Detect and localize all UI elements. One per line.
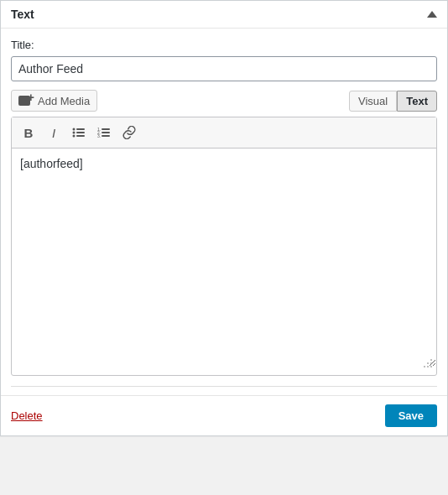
editor-format-bar: B I 1. 2.	[12, 117, 436, 148]
format-ordered-list-button[interactable]: 1. 2. 3.	[92, 122, 116, 143]
svg-point-12	[430, 359, 432, 361]
widget-panel: Text Title: Add Media Visual Text B I	[0, 0, 448, 436]
link-icon	[122, 126, 137, 139]
format-italic-button[interactable]: I	[42, 122, 65, 143]
delete-button[interactable]: Delete	[11, 409, 43, 422]
divider	[11, 386, 437, 387]
add-media-button[interactable]: Add Media	[11, 90, 97, 112]
svg-text:3.: 3.	[97, 133, 101, 138]
svg-rect-5	[76, 135, 85, 137]
svg-point-0	[73, 128, 76, 131]
format-bold-button[interactable]: B	[17, 122, 40, 143]
add-media-icon	[18, 94, 34, 107]
title-input[interactable]	[11, 56, 437, 81]
ordered-list-icon: 1. 2. 3.	[97, 127, 111, 138]
resize-handle	[423, 357, 433, 372]
editor-area-wrapper: [authorfeed]	[12, 148, 436, 375]
add-media-label: Add Media	[38, 95, 90, 107]
format-unordered-list-button[interactable]	[67, 122, 91, 143]
widget-body: Title: Add Media Visual Text B I	[1, 29, 447, 386]
view-tabs: Visual Text	[349, 91, 437, 112]
widget-header[interactable]: Text	[1, 1, 447, 29]
collapse-icon	[427, 11, 437, 18]
svg-point-14	[430, 362, 432, 364]
editor-wrapper: B I 1. 2.	[11, 117, 437, 376]
unordered-list-icon	[72, 127, 86, 138]
svg-point-13	[427, 362, 429, 364]
format-link-button[interactable]	[117, 122, 141, 143]
svg-point-16	[427, 366, 429, 367]
widget-title: Text	[11, 8, 34, 21]
svg-rect-3	[76, 132, 85, 133]
widget-footer: Delete Save	[1, 395, 447, 435]
save-button[interactable]: Save	[385, 404, 437, 427]
svg-rect-7	[102, 128, 110, 130]
svg-rect-1	[76, 128, 85, 130]
svg-point-4	[73, 135, 76, 138]
svg-rect-11	[102, 135, 110, 137]
editor-toolbar-top: Add Media Visual Text	[11, 90, 437, 112]
svg-point-2	[73, 132, 76, 134]
svg-rect-9	[102, 132, 110, 133]
tab-visual[interactable]: Visual	[349, 91, 397, 112]
svg-point-15	[424, 366, 425, 367]
title-label: Title:	[11, 39, 437, 51]
tab-text[interactable]: Text	[397, 91, 437, 112]
svg-point-17	[430, 366, 432, 367]
editor-content[interactable]: [authorfeed]	[12, 148, 436, 367]
